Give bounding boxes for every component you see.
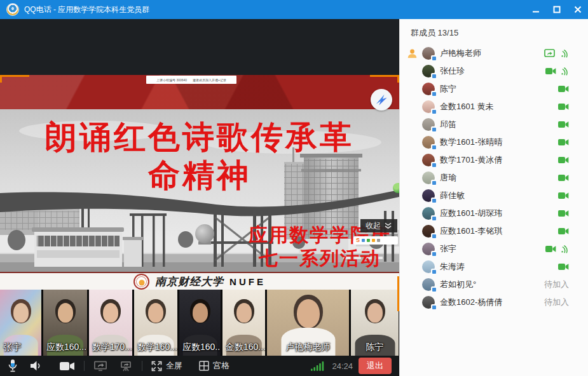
speaking-waves-icon	[560, 48, 569, 58]
member-name: 应数1601-李铭琪	[440, 225, 502, 237]
screen-share-icon	[93, 360, 107, 372]
ime-tool-icon	[367, 239, 370, 242]
grid-icon	[199, 361, 209, 371]
share-hint-right: 邀请成员加入开通+记录	[193, 78, 226, 82]
slide-footer: 南京财经大学 NUFE	[0, 273, 399, 290]
video-call-badge-icon	[431, 55, 437, 61]
maximize-button[interactable]	[546, 0, 567, 19]
call-timer: 24:24	[332, 361, 353, 371]
member-row[interactable]: 陈宁	[400, 80, 588, 98]
camera-on-icon	[558, 174, 569, 182]
camera-on-icon	[558, 263, 569, 271]
member-row[interactable]: 薛佳敏	[400, 187, 588, 205]
exit-call-button[interactable]: 退出	[359, 358, 392, 374]
camera-on-icon	[558, 103, 569, 111]
member-name: 朱海涛	[440, 261, 465, 272]
thumbnail-label: 金数160...	[226, 342, 265, 353]
window-title: QQ电话 - 应用数学学院本科生党员群	[24, 4, 149, 15]
video-thumbnail[interactable]: 金数160...	[222, 290, 265, 356]
camera-button[interactable]	[60, 361, 75, 371]
video-thumbnail[interactable]: 数学170...	[89, 290, 132, 356]
active-speaker-icon	[407, 48, 418, 61]
member-name: 张仕珍	[440, 65, 465, 77]
fullscreen-button[interactable]: 全屏	[151, 360, 182, 372]
member-row[interactable]: 邱笛	[400, 116, 588, 133]
toolbar-separator	[84, 361, 85, 371]
camera-on-icon	[558, 210, 569, 217]
member-name: 陈宁	[440, 83, 456, 95]
university-abbr: NUFE	[229, 276, 266, 287]
pending-label: 待加入	[544, 297, 569, 308]
speaker-button[interactable]	[29, 360, 42, 372]
member-status	[545, 244, 569, 254]
camera-icon	[60, 361, 75, 371]
member-status	[558, 85, 569, 93]
close-icon	[574, 6, 582, 13]
member-avatar	[422, 296, 435, 309]
thunder-bird-icon[interactable]	[371, 89, 392, 111]
thumbnail-label: 应数160...	[182, 342, 221, 353]
university-emblem-icon	[133, 274, 149, 290]
thumbnail-strip: 张宇应数160...数学170...数学160...应数160...金数160.…	[0, 290, 399, 356]
member-row[interactable]: 金数1602-杨倩倩待加入	[400, 293, 588, 311]
member-row[interactable]: 数学1701-黄冰倩	[400, 151, 588, 169]
video-thumbnail[interactable]: 数学160...	[134, 290, 177, 356]
minimize-button[interactable]	[525, 0, 546, 19]
floating-green-icon[interactable]	[393, 183, 399, 193]
camera-on-icon	[558, 85, 569, 93]
video-thumbnail[interactable]: 张宇	[0, 290, 41, 356]
qq-call-window: QQ电话 - 应用数学学院本科生党员群	[0, 0, 588, 376]
member-row[interactable]: 若如初见°待加入	[400, 276, 588, 293]
speaking-waves-icon	[560, 244, 569, 254]
member-avatar	[422, 154, 435, 166]
screen-share-button[interactable]	[93, 360, 107, 372]
slide-title-line1: 朗诵红色诗歌传承革	[0, 118, 399, 156]
toolbar-separator	[142, 361, 142, 371]
thumbnail-label: 应数160...	[46, 342, 86, 353]
share-border-corner	[370, 75, 399, 77]
member-row[interactable]: 朱海涛	[400, 258, 588, 276]
video-thumbnail[interactable]: 应数160...	[179, 290, 221, 356]
close-button[interactable]	[567, 0, 588, 19]
video-thumbnail[interactable]: 陈宁	[351, 290, 399, 356]
member-avatar	[422, 118, 435, 131]
member-row[interactable]: 应数1601-李铭琪	[400, 222, 588, 240]
signal-strength-icon	[311, 361, 326, 371]
member-row[interactable]: 张宇	[400, 240, 588, 258]
shared-screen: 上课小组编号 300640 邀请成员加入开通+记录	[0, 75, 399, 290]
chevron-double-down-icon	[384, 222, 392, 229]
collapse-thumbnails-button[interactable]: 收起	[360, 219, 397, 232]
member-avatar	[422, 243, 435, 255]
microphone-button[interactable]	[8, 359, 18, 373]
member-avatar	[422, 189, 435, 202]
active-speaker-person-icon	[407, 48, 418, 58]
member-avatar	[422, 100, 435, 113]
video-call-badge-icon	[431, 198, 437, 203]
thumbnail-label: 数学160...	[137, 342, 177, 353]
university-name: 南京财经大学	[155, 274, 224, 289]
whiteboard-button[interactable]	[119, 360, 133, 372]
member-row[interactable]: 张仕珍	[400, 62, 588, 80]
member-status	[558, 263, 569, 271]
input-method-toolbar[interactable]: S	[353, 236, 398, 245]
participant-face	[103, 303, 118, 323]
thumbnail-label: 张宇	[3, 342, 21, 353]
member-name: 唐瑜	[440, 172, 456, 184]
fullscreen-label: 全屏	[166, 360, 182, 372]
video-call-badge-icon	[431, 180, 437, 185]
member-row[interactable]: 数学1601-张晴晴	[400, 133, 588, 151]
participant-face	[13, 303, 29, 323]
video-call-badge-icon	[431, 233, 437, 239]
member-name: 张宇	[440, 243, 456, 255]
member-row[interactable]: 唐瑜	[400, 169, 588, 187]
member-status	[558, 103, 569, 111]
member-status	[558, 156, 569, 164]
video-thumbnail[interactable]: 卢艳梅老师	[267, 290, 349, 356]
member-row[interactable]: 应数1601-胡琛玮	[400, 205, 588, 222]
video-thumbnail[interactable]: 应数160...	[43, 290, 87, 356]
member-row[interactable]: 卢艳梅老师	[400, 44, 588, 62]
member-name: 卢艳梅老师	[440, 48, 481, 59]
pending-label: 待加入	[544, 279, 569, 290]
member-row[interactable]: 金数1601 黄未	[400, 98, 588, 116]
grid-view-button[interactable]: 宫格	[199, 360, 229, 372]
